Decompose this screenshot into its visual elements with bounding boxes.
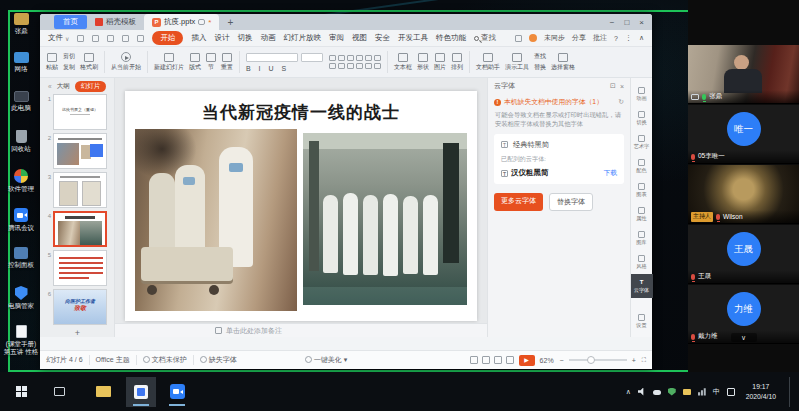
desktop-icon-handbook-doc[interactable]: (课堂手册)第五讲 性格 bbox=[3, 325, 39, 356]
doc-assistant-button[interactable]: 文档助手 bbox=[476, 53, 500, 72]
arrange-button[interactable]: 排列 bbox=[451, 53, 463, 72]
sidebar-item-wordart[interactable]: 艺术字 bbox=[631, 130, 653, 154]
menu-tab-view[interactable]: 视图 bbox=[352, 33, 367, 43]
more-menu-icon[interactable]: ⋮ bbox=[625, 34, 632, 42]
shape-button[interactable]: 形状 bbox=[417, 53, 429, 72]
sidebar-item-colors[interactable]: 配色 bbox=[631, 154, 653, 178]
menu-tab-design[interactable]: 设计 bbox=[214, 33, 229, 43]
selection-pane-button[interactable]: 选择窗格 bbox=[551, 53, 575, 72]
reading-view-icon[interactable] bbox=[494, 356, 502, 364]
more-cloud-fonts-button[interactable]: 更多云字体 bbox=[494, 193, 543, 211]
notes-bar[interactable]: 单击此处添加备注 bbox=[115, 323, 487, 337]
missing-fonts-status[interactable]: 缺失字体 bbox=[200, 355, 237, 365]
slide-image-photo-medics[interactable] bbox=[303, 133, 467, 305]
menu-tab-slideshow[interactable]: 幻灯片放映 bbox=[283, 33, 321, 43]
window-close-button[interactable]: × bbox=[639, 18, 644, 27]
folder-tray-icon[interactable] bbox=[683, 389, 691, 395]
protect-status[interactable]: 文档未保护 bbox=[143, 355, 187, 365]
desktop-icon-control-panel[interactable]: 控制面板 bbox=[3, 247, 39, 269]
menu-tab-transition[interactable]: 切换 bbox=[237, 33, 252, 43]
collapse-panel-chevron-icon[interactable]: ∨ bbox=[731, 333, 757, 342]
sidebar-item-properties[interactable]: 属性 bbox=[631, 202, 653, 226]
file-menu[interactable]: 文件∨ bbox=[48, 33, 69, 43]
menu-tab-review[interactable]: 审阅 bbox=[329, 33, 344, 43]
wps-taskbar-button[interactable] bbox=[126, 377, 156, 407]
sidebar-item-transition[interactable]: 切换 bbox=[631, 106, 653, 130]
menu-tab-security[interactable]: 安全 bbox=[375, 33, 390, 43]
tab-document-active[interactable]: P 抗疫.pptx * bbox=[144, 14, 219, 30]
window-maximize-button[interactable]: □ bbox=[624, 18, 629, 27]
textbox-button[interactable]: 文本框 bbox=[394, 53, 412, 72]
download-font-link[interactable]: 下载 bbox=[603, 168, 617, 178]
tab-outline[interactable]: 大纲 bbox=[57, 82, 70, 91]
normal-view-icon[interactable] bbox=[470, 356, 478, 364]
task-view-button[interactable] bbox=[44, 377, 74, 407]
preview-icon[interactable] bbox=[107, 35, 114, 42]
tab-home[interactable]: 首页 bbox=[54, 15, 87, 29]
save-icon[interactable] bbox=[77, 35, 84, 42]
slide-thumbnail-5[interactable] bbox=[53, 250, 107, 286]
input-method-icon[interactable] bbox=[727, 388, 735, 396]
slide-thumbnail-4-selected[interactable] bbox=[53, 211, 107, 247]
participant-tile-avatar[interactable]: 王晟 王晟 bbox=[688, 225, 799, 284]
desktop-icon-this-pc[interactable]: 此电脑 bbox=[3, 91, 39, 112]
font-name-select[interactable] bbox=[246, 53, 298, 62]
notes-view-icon[interactable] bbox=[506, 356, 514, 364]
find-button[interactable]: 查找 bbox=[534, 52, 546, 61]
share-button[interactable]: 分享 bbox=[572, 33, 586, 43]
close-panel-icon[interactable]: × bbox=[620, 83, 624, 90]
zoom-slider-knob[interactable] bbox=[587, 356, 595, 364]
tray-expand-icon[interactable]: ∧ bbox=[626, 388, 631, 396]
participant-tile-avatar[interactable]: 唯一 05李唯一 bbox=[688, 105, 799, 164]
tencent-meeting-taskbar-button[interactable] bbox=[162, 377, 192, 407]
redo-icon[interactable] bbox=[137, 35, 144, 42]
collapse-panel-icon[interactable]: « bbox=[48, 83, 52, 90]
sidebar-item-chart[interactable]: 图表 bbox=[631, 178, 653, 202]
collapse-ribbon-icon[interactable]: ∧ bbox=[639, 34, 644, 42]
copy-button[interactable]: 复制 bbox=[63, 63, 75, 72]
network-signal-icon[interactable] bbox=[698, 388, 706, 396]
new-slide-button[interactable]: 新建幻灯片 bbox=[154, 53, 184, 72]
add-slide-button[interactable]: + bbox=[40, 328, 115, 338]
desktop-icon-recycle-bin[interactable]: 回收站 bbox=[3, 130, 39, 153]
show-desktop-button[interactable] bbox=[789, 377, 793, 407]
popout-panel-icon[interactable]: ⊡ bbox=[610, 82, 616, 90]
tab-slides[interactable]: 幻灯片 bbox=[75, 81, 107, 92]
replace-button[interactable]: 替换 bbox=[534, 63, 546, 72]
tab-docer[interactable]: 稻壳模板 bbox=[87, 15, 144, 29]
window-minimize-button[interactable]: − bbox=[610, 18, 615, 27]
desktop-icon-software-manager[interactable]: 软件管理 bbox=[3, 169, 39, 193]
cloud-icon[interactable] bbox=[653, 390, 661, 395]
paste-button[interactable]: 粘贴 bbox=[46, 53, 58, 72]
clock[interactable]: 19:17 2020/4/10 bbox=[746, 382, 776, 400]
print-icon[interactable] bbox=[92, 35, 99, 42]
desktop-icon-user-folder[interactable]: 张鼎 bbox=[3, 13, 39, 35]
account-avatar-icon[interactable] bbox=[529, 34, 537, 42]
desktop-icon-tencent-meeting[interactable]: 腾讯会议 bbox=[3, 208, 39, 232]
paragraph-alignment-buttons[interactable] bbox=[329, 55, 381, 69]
menu-tab-devtools[interactable]: 开发工具 bbox=[398, 33, 428, 43]
comment-button[interactable]: 批注 bbox=[593, 33, 607, 43]
present-tools-button[interactable]: 演示工具 bbox=[505, 53, 529, 72]
slideshow-play-button[interactable]: ▶ bbox=[519, 355, 535, 366]
refresh-icon[interactable]: ↻ bbox=[618, 98, 624, 106]
sidebar-item-style[interactable]: 风格 bbox=[631, 250, 653, 274]
sidebar-item-gallery[interactable]: 图库 bbox=[631, 226, 653, 250]
zoom-out-button[interactable]: − bbox=[560, 357, 564, 364]
new-tab-button[interactable]: + bbox=[227, 17, 233, 28]
search-box[interactable]: 查找 bbox=[474, 33, 496, 43]
slide-thumbnail-1[interactable]: 抗疫书展之（重现） bbox=[53, 94, 107, 130]
zoom-in-button[interactable]: + bbox=[632, 357, 636, 364]
sidebar-item-settings[interactable]: 设置 bbox=[631, 309, 653, 333]
format-painter-button[interactable]: 格式刷 bbox=[80, 53, 98, 72]
slide-sorter-icon[interactable] bbox=[482, 356, 490, 364]
layout-button[interactable]: 版式 bbox=[189, 53, 201, 72]
slide-title[interactable]: 当代新冠疫情一线的战士 bbox=[125, 101, 477, 124]
play-from-current-button[interactable]: 从当前开始 bbox=[111, 52, 141, 72]
menu-tab-insert[interactable]: 插入 bbox=[191, 33, 206, 43]
grid-apps-icon[interactable] bbox=[515, 35, 522, 42]
sync-status[interactable]: 未同步 bbox=[544, 33, 565, 43]
sidebar-item-animation[interactable]: 动画 bbox=[631, 82, 653, 106]
slide-thumbnail-2[interactable] bbox=[53, 133, 107, 169]
undo-icon[interactable] bbox=[122, 35, 129, 42]
